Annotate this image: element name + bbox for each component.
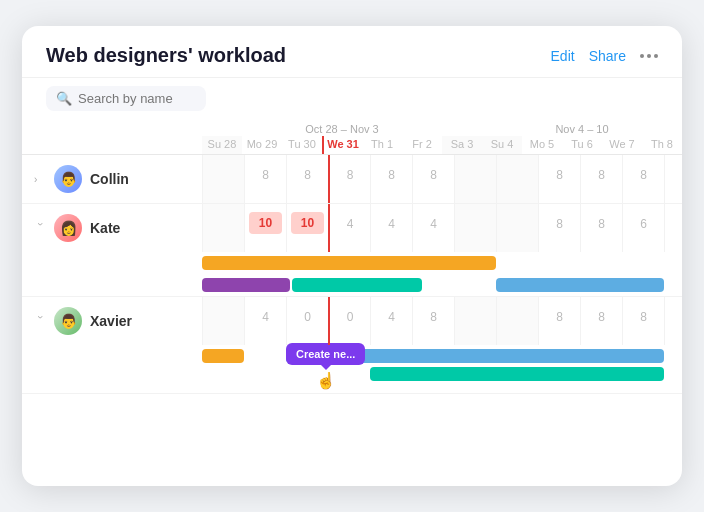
cell-xavier-mo5: 8 [538, 297, 580, 345]
chevron-collin[interactable]: › [34, 174, 46, 185]
kate-bar-blue [496, 278, 664, 292]
week-label-2: Nov 4 – 10 [482, 119, 682, 136]
day-header-th1: Th 1 [362, 136, 402, 154]
day-header-sa3: Sa 3 [442, 136, 482, 154]
cell-collin-tu6: 8 [580, 155, 622, 203]
row-kate: › 👩 Kate 10 10 [22, 204, 682, 297]
cell-kate-fr2: 4 [412, 204, 454, 252]
dot2 [647, 54, 651, 58]
today-line-kate [328, 204, 330, 252]
cell-xavier-mo29: 4 [244, 297, 286, 345]
week-labels: Oct 28 – Nov 3 Nov 4 – 10 [202, 119, 682, 136]
cell-collin-tu30: 8 [286, 155, 328, 203]
kate-main-row: › 👩 Kate 10 10 [22, 204, 682, 252]
avatar-face-xavier: 👨 [54, 307, 82, 335]
cell-collin-fr2: 8 [412, 155, 454, 203]
dot3 [654, 54, 658, 58]
kate-bar-row1 [202, 252, 682, 274]
header-actions: Edit Share [551, 48, 658, 64]
week-label-1: Oct 28 – Nov 3 [202, 119, 482, 136]
kate-bar-teal [292, 278, 422, 292]
search-icon: 🔍 [56, 91, 72, 106]
days-xavier: 4 0 0 4 8 8 8 8 8 [202, 297, 682, 345]
create-tooltip-container: Create ne... ☝ [286, 343, 365, 390]
row-collin: › 👨 Collin 8 8 8 8 8 8 [22, 155, 682, 204]
grid: Oct 28 – Nov 3 Nov 4 – 10 Su 28 Mo 29 Tu… [22, 119, 682, 486]
cell-collin-su28 [202, 155, 244, 203]
kate-bar-yellow [202, 256, 496, 270]
cell-xavier-th1: 4 [370, 297, 412, 345]
cell-xavier-fr2: 8 [412, 297, 454, 345]
header: Web designers' workload Edit Share [22, 26, 682, 78]
avatar-face-collin: 👨 [54, 165, 82, 193]
cell-kate-th1: 4 [370, 204, 412, 252]
cell-kate-su28 [202, 204, 244, 252]
today-line-collin [328, 155, 330, 203]
avatar-face-kate: 👩 [54, 214, 82, 242]
cell-kate-mo5: 8 [538, 204, 580, 252]
cell-kate-mo29: 10 [244, 204, 286, 252]
cell-collin-mo5: 8 [538, 155, 580, 203]
cell-collin-we31: 8 [328, 155, 370, 203]
day-header-th8: Th 8 [642, 136, 682, 154]
cell-kate-we7: 6 [622, 204, 664, 252]
cell-kate-we31: 4 [328, 204, 370, 252]
name-xavier: Xavier [90, 313, 132, 329]
day-header-mo5: Mo 5 [522, 136, 562, 154]
cell-xavier-tu6: 8 [580, 297, 622, 345]
days-collin: 8 8 8 8 8 8 8 8 8 [202, 155, 682, 203]
cell-xavier-su28 [202, 297, 244, 345]
edit-button[interactable]: Edit [551, 48, 575, 64]
share-button[interactable]: Share [589, 48, 626, 64]
day-header-su28: Su 28 [202, 136, 242, 154]
create-new-button[interactable]: Create ne... [286, 343, 365, 365]
avatar-kate: 👩 [54, 214, 82, 242]
name-cell-xavier: › 👨 Xavier [22, 297, 202, 345]
cell-xavier-sa3 [454, 297, 496, 345]
xavier-bars-container: Create ne... ☝ [202, 345, 682, 393]
cell-xavier-tu30: 0 [286, 297, 328, 345]
chevron-kate[interactable]: › [35, 222, 46, 234]
row-xavier: › 👨 Xavier 4 0 0 4 8 [22, 297, 682, 394]
cell-kate-th8: 6 [664, 204, 682, 252]
cell-collin-su4 [496, 155, 538, 203]
grid-header: Oct 28 – Nov 3 Nov 4 – 10 Su 28 Mo 29 Tu… [22, 119, 682, 155]
cell-xavier-we7: 8 [622, 297, 664, 345]
xavier-main-row: › 👨 Xavier 4 0 0 4 8 [22, 297, 682, 345]
chevron-xavier[interactable]: › [35, 315, 46, 327]
cell-collin-th1: 8 [370, 155, 412, 203]
day-header-fr2: Fr 2 [402, 136, 442, 154]
main-card: Web designers' workload Edit Share 🔍 Oct [22, 26, 682, 486]
cell-collin-th8: 8 [664, 155, 682, 203]
day-header-we31: We 31 [322, 136, 362, 154]
day-headers: Su 28 Mo 29 Tu 30 We 31 Th 1 Fr 2 Sa 3 S… [202, 136, 682, 154]
cell-kate-sa3 [454, 204, 496, 252]
xavier-bar-teal [370, 367, 664, 381]
avatar-xavier: 👨 [54, 307, 82, 335]
tooltip-arrow [321, 365, 331, 370]
cell-collin-mo29: 8 [244, 155, 286, 203]
cell-collin-sa3 [454, 155, 496, 203]
more-options-button[interactable] [640, 54, 658, 58]
cell-kate-su4 [496, 204, 538, 252]
toolbar: 🔍 [22, 78, 682, 119]
cell-collin-we7: 8 [622, 155, 664, 203]
cell-xavier-we31: 0 [328, 297, 370, 345]
day-header-tu30: Tu 30 [282, 136, 322, 154]
name-col-header [22, 119, 202, 154]
cell-kate-tu6: 8 [580, 204, 622, 252]
day-header-tu6: Tu 6 [562, 136, 602, 154]
grid-body: › 👨 Collin 8 8 8 8 8 8 [22, 155, 682, 486]
name-cell-collin: › 👨 Collin [22, 155, 202, 203]
dates-header: Oct 28 – Nov 3 Nov 4 – 10 Su 28 Mo 29 Tu… [202, 119, 682, 154]
day-header-mo29: Mo 29 [242, 136, 282, 154]
day-header-we7: We 7 [602, 136, 642, 154]
name-collin: Collin [90, 171, 129, 187]
name-kate: Kate [90, 220, 120, 236]
cursor-hand-icon: ☝ [286, 371, 365, 390]
dot1 [640, 54, 644, 58]
search-box[interactable]: 🔍 [46, 86, 206, 111]
search-input[interactable] [78, 91, 198, 106]
kate-bar-purple [202, 278, 290, 292]
day-header-su4: Su 4 [482, 136, 522, 154]
